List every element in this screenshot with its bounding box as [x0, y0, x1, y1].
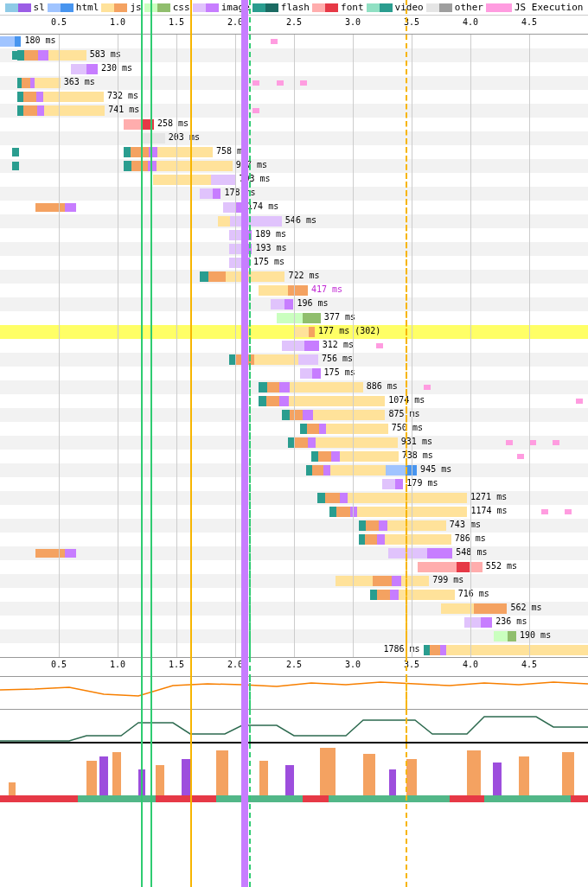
conn-marker: [12, 162, 19, 170]
table-row: 548 ms: [0, 546, 588, 560]
bottom-axis: 0.51.01.52.02.53.03.54.04.5: [0, 657, 588, 676]
table-row: 175 ms: [0, 256, 588, 270]
legend-label: other: [455, 2, 483, 13]
svg-rect-8: [156, 765, 164, 795]
axis-tick: 1.5: [169, 17, 184, 27]
legend-swatch: [252, 3, 278, 12]
conn-marker: [12, 51, 19, 60]
js-exec-marker: [271, 39, 278, 44]
timing-bar: [370, 590, 454, 600]
axis-tick: 2.5: [286, 660, 302, 669]
table-row: 743 ms: [0, 519, 588, 533]
bandwidth-panel: [0, 676, 588, 709]
timing-bar: [329, 507, 468, 517]
legend-item-flash: flash: [252, 2, 310, 13]
timing-bar: [464, 617, 492, 628]
timing-bar: [17, 50, 86, 61]
svg-rect-4: [484, 795, 571, 802]
timing-bar: [141, 133, 165, 144]
table-row: 177 ms (302): [0, 325, 588, 339]
table-row: 174 ms: [0, 201, 588, 214]
axis-tick: 3.0: [345, 660, 361, 669]
legend-swatch: [486, 3, 512, 12]
legend-item-js: js: [101, 2, 141, 13]
timing-bar: [494, 631, 516, 641]
table-row: 190 ms: [0, 629, 588, 643]
svg-rect-3: [329, 795, 450, 802]
legend-item-font: font: [312, 2, 364, 13]
timing-bar: [200, 188, 220, 199]
legend-label: flash: [281, 2, 310, 13]
axis-tick: 2.5: [286, 17, 302, 27]
bar-label: 552 ms: [486, 561, 517, 571]
js-exec-marker: [424, 385, 431, 390]
timing-bar: [153, 175, 236, 185]
bar-label: 179 ms: [406, 478, 438, 488]
conn-marker: [65, 203, 77, 212]
bar-label: 732 ms: [107, 91, 138, 100]
table-row: 312 ms: [0, 339, 588, 353]
table-row: 927 ms: [0, 159, 588, 173]
table-row: 758 ms: [0, 145, 588, 159]
bar-label: 363 ms: [64, 77, 95, 86]
js-exec-marker: [376, 343, 383, 348]
bar-label: 236 ms: [495, 616, 527, 626]
bar-label: 180 ms: [24, 35, 55, 45]
table-row: 886 ms: [0, 380, 588, 394]
table-row: 236 ms: [0, 616, 588, 629]
table-row: 931 ms: [0, 436, 588, 450]
legend: slhtmljscssimageflashfontvideootherJS Ex…: [0, 0, 588, 16]
table-row: 1074 ms: [0, 394, 588, 408]
svg-rect-16: [562, 752, 574, 795]
timing-bar: [0, 36, 21, 47]
svg-rect-19: [182, 759, 190, 795]
bar-label: 377 ms: [324, 312, 355, 322]
axis-tick: 0.5: [51, 660, 67, 669]
browser-main-panel: [0, 709, 588, 742]
bar-label: 1271 ms: [470, 492, 507, 501]
table-row: 875 ms: [0, 408, 588, 422]
legend-swatch: [426, 3, 452, 12]
bar-label: 786 ms: [455, 533, 486, 543]
bar-label: 312 ms: [323, 340, 354, 349]
bar-label: 177 ms (302): [318, 326, 380, 335]
legend-label: JS Execution: [514, 2, 583, 13]
bar-label: 417 ms: [311, 284, 342, 294]
conn-marker: [65, 549, 77, 558]
legend-item-video: video: [367, 2, 424, 13]
timing-bar: [306, 465, 418, 475]
js-exec-marker: [517, 454, 524, 459]
axis-tick: 1.5: [169, 660, 184, 669]
timing-bar: [424, 645, 588, 655]
svg-rect-14: [467, 750, 481, 795]
table-row: 230 ms: [0, 62, 588, 76]
legend-label: video: [395, 2, 424, 13]
svg-rect-11: [320, 748, 336, 795]
bar-label: 743 ms: [450, 520, 481, 529]
bar-label: 546 ms: [285, 215, 316, 225]
legend-label: css: [173, 2, 190, 13]
js-exec-marker: [553, 440, 559, 445]
axis-tick: 1.0: [110, 660, 125, 669]
js-exec-marker: [565, 509, 572, 514]
table-row: 363 ms: [0, 76, 588, 90]
bar-label: 258 ms: [157, 118, 189, 128]
conn-marker: [12, 148, 19, 156]
table-row: 203 ms: [0, 131, 588, 145]
table-row: 799 ms: [0, 574, 588, 588]
js-exec-marker: [541, 509, 548, 514]
table-row: 258 ms: [0, 118, 588, 131]
timing-bar: [336, 576, 430, 586]
table-row: 178 ms: [0, 187, 588, 201]
table-row: 722 ms: [0, 270, 588, 284]
svg-rect-9: [216, 750, 228, 795]
js-exec-marker: [576, 399, 583, 404]
js-exec-marker: [252, 80, 259, 86]
timing-bar: [124, 161, 233, 171]
axis-tick: 0.5: [51, 17, 67, 27]
axis-tick: 1.0: [110, 17, 125, 27]
timing-bar: [271, 299, 294, 309]
bar-label: 756 ms: [322, 354, 353, 363]
timing-bar: [124, 147, 213, 157]
table-row: 716 ms: [0, 588, 588, 602]
